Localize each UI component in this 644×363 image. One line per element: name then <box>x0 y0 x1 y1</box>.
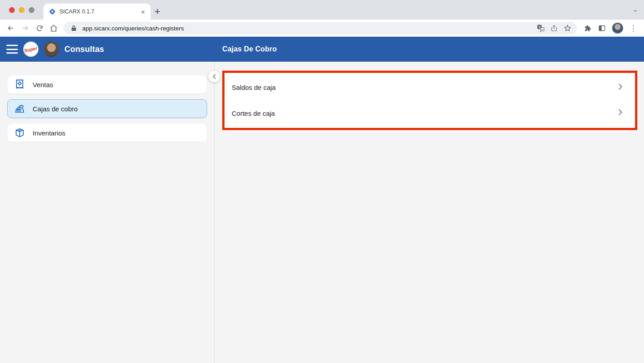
url-text[interactable]: app.sicarx.com/queries/cash-registers <box>82 25 532 32</box>
tab-close-icon[interactable]: × <box>140 8 146 16</box>
sidebar: Ventas Cajas de cobro <box>0 62 215 363</box>
sidebar-item-label: Inventarios <box>33 129 65 137</box>
tab-search-icon[interactable]: ⌄ <box>633 6 638 13</box>
sidebar-collapse-button[interactable] <box>208 71 220 82</box>
address-bar[interactable]: app.sicarx.com/queries/cash-registers 文A <box>64 22 577 34</box>
app-body: Ventas Cajas de cobro <box>0 62 644 363</box>
side-panel-icon[interactable] <box>596 22 608 34</box>
brand-logo[interactable]: Super <box>23 42 38 57</box>
back-icon[interactable] <box>4 22 17 34</box>
lock-icon <box>69 23 79 33</box>
browser-profile-avatar[interactable] <box>612 22 623 34</box>
app-header: Super Consultas Cajas De Cobro <box>0 37 644 62</box>
reload-icon[interactable] <box>33 22 46 34</box>
app-title: Consultas <box>64 45 104 54</box>
user-avatar[interactable] <box>44 42 59 57</box>
chevron-right-icon <box>619 109 623 117</box>
sidebar-item-ventas[interactable]: Ventas <box>7 75 207 94</box>
sidebar-item-inventarios[interactable]: Inventarios <box>7 123 207 142</box>
sidebar-item-label: Ventas <box>33 81 53 89</box>
menu-hamburger-icon[interactable] <box>6 45 18 54</box>
query-row-label: Cortes de caja <box>232 110 275 117</box>
translate-icon[interactable]: 文A <box>536 23 546 33</box>
home-icon[interactable] <box>47 22 60 34</box>
window-zoom-button[interactable] <box>29 7 34 13</box>
receipt-icon <box>14 79 25 90</box>
query-row-cortes-de-caja[interactable]: Cortes de caja <box>225 102 635 124</box>
highlighted-query-panel: Saldos de caja Cortes de caja <box>222 71 637 130</box>
sicarx-favicon-icon <box>49 8 56 15</box>
brand-logo-text: Super <box>24 46 38 53</box>
window-close-button[interactable] <box>9 7 15 13</box>
svg-text:A: A <box>542 28 543 31</box>
sidebar-item-cajas-de-cobro[interactable]: Cajas de cobro <box>7 99 207 118</box>
new-tab-button[interactable]: + <box>151 4 164 20</box>
bookmark-star-icon[interactable] <box>563 23 572 33</box>
package-icon <box>14 127 25 139</box>
tab-title: SICARX 0.1.7 <box>59 8 136 15</box>
cash-register-icon <box>14 103 25 114</box>
main-content: Saldos de caja Cortes de caja <box>215 62 644 363</box>
chevron-right-icon <box>619 84 623 92</box>
extensions-puzzle-icon[interactable] <box>581 22 594 34</box>
browser-menu-icon[interactable]: ⋮ <box>627 22 640 34</box>
window-controls <box>0 0 43 20</box>
forward-icon[interactable] <box>19 22 31 34</box>
browser-tab[interactable]: SICARX 0.1.7 × <box>43 4 151 20</box>
page-title: Cajas De Cobro <box>215 45 277 53</box>
browser-tab-strip: SICARX 0.1.7 × + ⌄ <box>0 0 644 20</box>
sidebar-item-label: Cajas de cobro <box>33 105 78 113</box>
window-minimize-button[interactable] <box>19 7 25 13</box>
share-icon[interactable] <box>549 23 559 33</box>
query-row-saldos-de-caja[interactable]: Saldos de caja <box>225 76 635 99</box>
query-row-label: Saldos de caja <box>232 84 275 91</box>
browser-toolbar: app.sicarx.com/queries/cash-registers 文A… <box>0 20 644 37</box>
app-header-left: Super Consultas <box>0 42 215 57</box>
